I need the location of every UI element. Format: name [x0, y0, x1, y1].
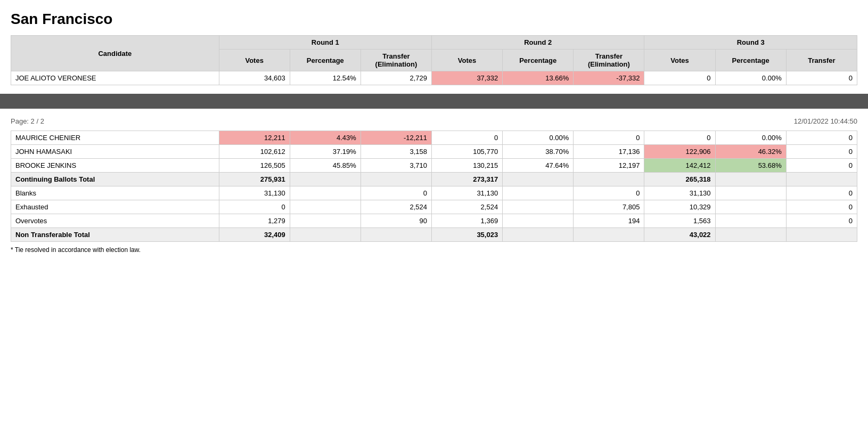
r3-pct-header: Percentage: [715, 50, 786, 71]
r3-transfer: 0: [786, 214, 857, 228]
r3-votes-header: Votes: [644, 50, 715, 71]
r1-votes: 31,130: [219, 186, 290, 200]
r2-pct-header: Percentage: [503, 50, 574, 71]
page-number: Page: 2 / 2: [11, 117, 44, 125]
r1-votes: 1,279: [219, 214, 290, 228]
r3-votes: 31,130: [644, 186, 715, 200]
non-transferable-row: Non Transferable Total 32,409 35,023 43,…: [11, 228, 857, 242]
r1-pct: 45.85%: [290, 159, 361, 173]
r2-transfer: 12,197: [574, 159, 644, 173]
r2-votes: 31,130: [432, 186, 503, 200]
r1-transfer: [361, 228, 431, 242]
r1-votes: 102,612: [219, 145, 290, 159]
table-row: MAURICE CHENIER 12,211 4.43% -12,211 0 0…: [11, 131, 857, 145]
r2-pct: [503, 186, 574, 200]
r2-transfer: 0: [574, 131, 644, 145]
r1-transfer: 2,729: [361, 71, 431, 85]
r1-transfer: -12,211: [361, 131, 431, 145]
r3-votes: 0: [644, 131, 715, 145]
r2-votes: 0: [432, 131, 503, 145]
page-meta: Page: 2 / 2 12/01/2022 10:44:50: [11, 117, 857, 125]
r2-transfer: 7,805: [574, 200, 644, 214]
r3-transfer: [786, 228, 857, 242]
r1-pct: [290, 186, 361, 200]
r3-pct: 0.00%: [715, 131, 786, 145]
round3-header: Round 3: [644, 36, 857, 50]
r2-pct: 0.00%: [503, 131, 574, 145]
results-table-top: Candidate Round 1 Round 2 Round 3 Votes …: [11, 35, 857, 85]
r1-transfer: [361, 173, 431, 186]
r1-pct: 37.19%: [290, 145, 361, 159]
r2-votes: 2,524: [432, 200, 503, 214]
r1-pct: [290, 214, 361, 228]
r2-votes: 35,023: [432, 228, 503, 242]
r3-pct: [715, 228, 786, 242]
exhausted-label: Exhausted: [11, 200, 219, 214]
r2-pct: 38.70%: [503, 145, 574, 159]
table-row: Blanks 31,130 0 31,130 0 31,130 0: [11, 186, 857, 200]
r3-transfer: 0: [786, 200, 857, 214]
r2-transfer: 194: [574, 214, 644, 228]
r3-transfer: [786, 173, 857, 186]
r3-pct: 0.00%: [715, 71, 786, 85]
r3-transfer: 0: [786, 159, 857, 173]
round2-header: Round 2: [432, 36, 644, 50]
r1-transfer: 0: [361, 186, 431, 200]
r3-transfer-header: Transfer: [786, 50, 857, 71]
candidate-header: Candidate: [11, 36, 219, 71]
r2-pct: [503, 200, 574, 214]
table-row: Exhausted 0 2,524 2,524 7,805 10,329 0: [11, 200, 857, 214]
r3-votes: 265,318: [644, 173, 715, 186]
r1-pct-header: Percentage: [290, 50, 361, 71]
continuing-ballots-label: Continuing Ballots Total: [11, 173, 219, 186]
r3-votes: 43,022: [644, 228, 715, 242]
divider-bar: [0, 94, 868, 109]
r3-votes: 142,412: [644, 159, 715, 173]
continuing-ballots-row: Continuing Ballots Total 275,931 273,317…: [11, 173, 857, 186]
round1-header: Round 1: [219, 36, 431, 50]
r2-votes: 273,317: [432, 173, 503, 186]
r3-pct: 53.68%: [715, 159, 786, 173]
r3-pct: [715, 186, 786, 200]
overvotes-label: Overvotes: [11, 214, 219, 228]
r1-votes: 12,211: [219, 131, 290, 145]
r1-pct: 12.54%: [290, 71, 361, 85]
r3-votes: 122,906: [644, 145, 715, 159]
non-transferable-label: Non Transferable Total: [11, 228, 219, 242]
r3-pct: [715, 200, 786, 214]
r2-votes: 37,332: [432, 71, 503, 85]
table-row: JOHN HAMASAKI 102,612 37.19% 3,158 105,7…: [11, 145, 857, 159]
r1-votes-header: Votes: [219, 50, 290, 71]
r2-votes: 105,770: [432, 145, 503, 159]
r1-transfer-header: Transfer (Elimination): [361, 50, 431, 71]
r2-transfer-header: Transfer (Elimination): [574, 50, 644, 71]
r2-pct: 13.66%: [503, 71, 574, 85]
table-row: JOE ALIOTO VERONESE 34,603 12.54% 2,729 …: [11, 71, 857, 85]
r3-transfer: 0: [786, 186, 857, 200]
r1-votes: 0: [219, 200, 290, 214]
r3-transfer: 0: [786, 131, 857, 145]
timestamp: 12/01/2022 10:44:50: [794, 117, 857, 125]
r1-transfer: 3,158: [361, 145, 431, 159]
r3-votes: 1,563: [644, 214, 715, 228]
r3-transfer: 0: [786, 71, 857, 85]
candidate-name: MAURICE CHENIER: [11, 131, 219, 145]
r2-votes: 1,369: [432, 214, 503, 228]
r2-pct: 47.64%: [503, 159, 574, 173]
r2-pct: [503, 173, 574, 186]
r1-pct: [290, 173, 361, 186]
footnote: * Tie resolved in accordance with electi…: [11, 246, 857, 254]
candidate-name: BROOKE JENKINS: [11, 159, 219, 173]
r2-transfer: 0: [574, 186, 644, 200]
r2-votes-header: Votes: [432, 50, 503, 71]
r1-transfer: 90: [361, 214, 431, 228]
r1-votes: 32,409: [219, 228, 290, 242]
candidate-name: JOE ALIOTO VERONESE: [11, 71, 219, 85]
candidate-name: JOHN HAMASAKI: [11, 145, 219, 159]
r2-votes: 130,215: [432, 159, 503, 173]
r1-transfer: 3,710: [361, 159, 431, 173]
r1-votes: 34,603: [219, 71, 290, 85]
r3-votes: 10,329: [644, 200, 715, 214]
r2-transfer: -37,332: [574, 71, 644, 85]
r2-transfer: [574, 173, 644, 186]
